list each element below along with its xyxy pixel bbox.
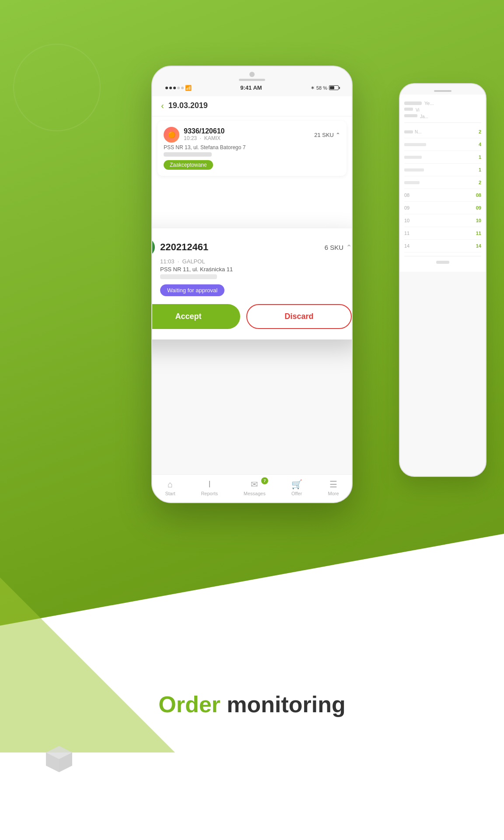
secondary-row-2: 4 (404, 138, 481, 151)
modal-card: 220212461 6 SKU ⌃ 11:03 · GALPOL PSS (151, 228, 353, 340)
secondary-val-09: 09 (476, 205, 481, 210)
secondary-value-5: 2 (479, 180, 481, 185)
modal-order-info: 220212461 (160, 242, 208, 253)
secondary-header-label: Ye... (424, 101, 434, 106)
secondary-top-bar (400, 84, 486, 94)
chevron-up-icon-modal: ⌃ (346, 243, 352, 252)
secondary-time-10: 10 (404, 218, 410, 223)
modal-overlay: 220212461 6 SKU ⌃ 11:03 · GALPOL PSS (152, 66, 352, 502)
secondary-val-11: 11 (476, 231, 481, 236)
secondary-val-14: 14 (476, 243, 481, 248)
modal-buttons: Accept Discard (151, 304, 352, 329)
secondary-value-2: 4 (479, 142, 481, 147)
title-dark: monitoring (220, 692, 346, 717)
modal-order-number: 220212461 (160, 242, 208, 253)
secondary-header: Ye... Vi Ja... (404, 101, 481, 123)
secondary-row-4: 1 (404, 164, 481, 176)
phone-main: 📶 9:41 AM ∗ 58 % ‹ 19 (151, 66, 353, 503)
badge-waiting: Waiting for approval (160, 284, 224, 296)
secondary-row-09: 09 09 (404, 202, 481, 214)
secondary-blur-5 (404, 181, 420, 184)
title-green: Order (158, 692, 220, 717)
secondary-row-3: 1 (404, 151, 481, 164)
secondary-val-08: 08 (476, 192, 481, 198)
secondary-nav-blur (436, 261, 449, 264)
secondary-row-14: 14 14 (404, 240, 481, 252)
phones-area: 📶 9:41 AM ∗ 58 % ‹ 19 (0, 66, 504, 503)
modal-time-company: 11:03 · GALPOL (151, 258, 352, 265)
secondary-time-09: 09 (404, 205, 410, 210)
secondary-time-14: 14 (404, 243, 410, 248)
secondary-n-value: 2 (479, 129, 481, 134)
discard-button[interactable]: Discard (246, 304, 352, 329)
modal-sku: 6 SKU ⌃ (325, 243, 352, 252)
page-wrapper: 📶 9:41 AM ∗ 58 % ‹ 19 (0, 0, 504, 840)
secondary-n-label: N... (415, 130, 422, 134)
secondary-blur-2 (404, 143, 426, 146)
modal-order-header: 220212461 6 SKU ⌃ (151, 238, 352, 256)
secondary-n-blur (404, 130, 413, 133)
secondary-val-10: 10 (476, 218, 481, 223)
secondary-value-4: 1 (479, 167, 481, 172)
secondary-screen: Ye... Vi Ja... N... (400, 94, 486, 272)
phone-secondary: Ye... Vi Ja... N... (399, 83, 486, 477)
secondary-row-n: N... 2 (404, 126, 481, 138)
secondary-ja-label: Ja... (420, 114, 428, 119)
secondary-speaker (434, 90, 452, 92)
secondary-row-08: 08 08 (404, 189, 481, 202)
secondary-ja-blur (404, 114, 417, 117)
modal-address: PSS NR 11, ul. Kraśnicka 11 (151, 266, 352, 273)
secondary-row-11: 11 11 (404, 227, 481, 240)
secondary-time-11: 11 (404, 231, 410, 236)
modal-avatar (151, 238, 155, 256)
secondary-row-10: 10 10 (404, 214, 481, 227)
secondary-vi-label: Vi (416, 108, 420, 112)
page-title: Order monitoring (0, 691, 504, 718)
secondary-header-blur-1 (404, 102, 422, 105)
secondary-vi-row: Vi (404, 108, 481, 112)
modal-left: 220212461 (151, 238, 208, 256)
secondary-ja-row: Ja... (404, 114, 481, 119)
modal-name-blur (160, 274, 217, 279)
secondary-time-08: 08 (404, 192, 410, 198)
secondary-vi-blur (404, 108, 413, 111)
bottom-text-area: Order monitoring (0, 691, 504, 718)
cube-decoration (44, 744, 74, 774)
accept-button[interactable]: Accept (151, 304, 240, 329)
secondary-value-3: 1 (479, 154, 481, 160)
secondary-row-5: 2 (404, 176, 481, 189)
secondary-nav-partial (404, 256, 481, 266)
secondary-blur-3 (404, 156, 422, 159)
secondary-blur-4 (404, 168, 424, 172)
